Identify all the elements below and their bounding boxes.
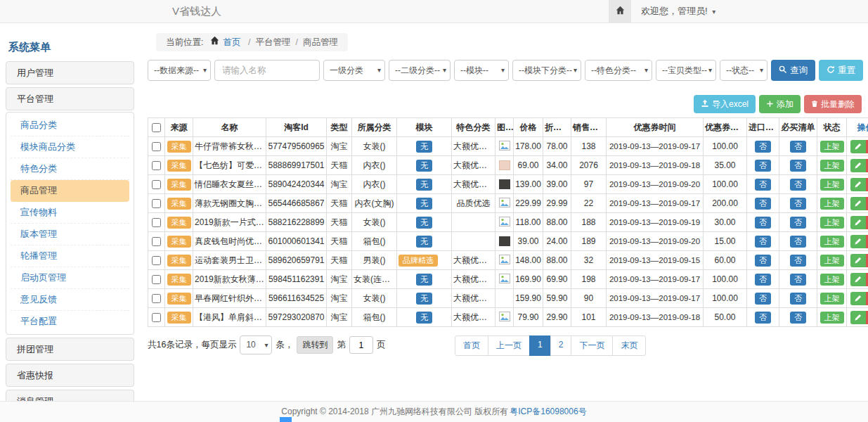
edit-button[interactable] bbox=[850, 197, 866, 210]
filter-source-select[interactable]: --数据来源--▾ bbox=[148, 60, 211, 81]
edit-button[interactable] bbox=[850, 140, 866, 153]
import-toggle-button[interactable]: 否 bbox=[755, 179, 771, 191]
must-buy-toggle-button[interactable]: 否 bbox=[790, 198, 806, 210]
delete-button[interactable] bbox=[866, 216, 868, 229]
page-button[interactable]: 首页 bbox=[455, 335, 488, 356]
page-button[interactable]: 2 bbox=[550, 335, 572, 356]
status-button[interactable]: 上架 bbox=[820, 236, 844, 248]
import-toggle-button[interactable]: 否 bbox=[755, 198, 771, 210]
status-button[interactable]: 上架 bbox=[820, 255, 844, 267]
edit-button[interactable] bbox=[850, 273, 866, 286]
sidebar-item[interactable]: 平台配置 bbox=[11, 311, 129, 332]
user-menu[interactable]: 欢迎您，管理员! ▾ bbox=[641, 5, 715, 18]
import-toggle-button[interactable]: 否 bbox=[755, 236, 771, 248]
sidebar-group-platform[interactable]: 平台管理 bbox=[6, 87, 134, 110]
module-badge[interactable]: 无 bbox=[416, 312, 432, 324]
module-badge[interactable]: 无 bbox=[416, 179, 432, 191]
filter-module-select[interactable]: --模块--▾ bbox=[454, 60, 509, 81]
delete-button[interactable] bbox=[866, 292, 868, 305]
edit-button[interactable] bbox=[850, 311, 866, 324]
import-excel-button[interactable]: 导入excel bbox=[694, 95, 756, 113]
reset-button[interactable]: 重置 bbox=[819, 60, 863, 81]
must-buy-toggle-button[interactable]: 否 bbox=[790, 217, 806, 229]
status-button[interactable]: 上架 bbox=[820, 274, 844, 286]
filter-category1-select[interactable]: 一级分类▾ bbox=[323, 60, 385, 81]
must-buy-toggle-button[interactable]: 否 bbox=[790, 179, 806, 191]
must-buy-toggle-button[interactable]: 否 bbox=[790, 312, 806, 324]
page-button[interactable]: 上一页 bbox=[488, 335, 530, 356]
page-button[interactable]: 下一页 bbox=[571, 335, 613, 356]
page-button[interactable]: 末页 bbox=[612, 335, 646, 356]
module-badge[interactable]: 无 bbox=[416, 274, 432, 286]
row-checkbox[interactable] bbox=[152, 294, 161, 303]
import-toggle-button[interactable]: 否 bbox=[755, 141, 771, 153]
module-badge[interactable]: 无 bbox=[416, 217, 432, 229]
sidebar-group-users[interactable]: 用户管理 bbox=[6, 61, 134, 84]
sidebar-item[interactable]: 特色分类 bbox=[11, 158, 129, 180]
delete-button[interactable] bbox=[866, 254, 868, 267]
page-button[interactable]: 1 bbox=[529, 335, 551, 356]
must-buy-toggle-button[interactable]: 否 bbox=[790, 141, 806, 153]
import-toggle-button[interactable]: 否 bbox=[755, 160, 771, 172]
sidebar-group[interactable]: 拼团管理 bbox=[6, 338, 134, 361]
batch-delete-button[interactable]: 批量删除 bbox=[804, 95, 862, 113]
sidebar-item-active[interactable]: 商品管理 bbox=[11, 180, 129, 202]
row-checkbox[interactable] bbox=[152, 237, 161, 246]
import-toggle-button[interactable]: 否 bbox=[755, 274, 771, 286]
must-buy-toggle-button[interactable]: 否 bbox=[790, 293, 806, 305]
add-button[interactable]: 添加 bbox=[759, 95, 801, 113]
sidebar-item[interactable]: 启动页管理 bbox=[11, 267, 129, 289]
sidebar-item[interactable]: 轮播管理 bbox=[11, 245, 129, 267]
module-badge[interactable]: 无 bbox=[416, 236, 432, 248]
search-button[interactable]: 查询 bbox=[771, 60, 815, 81]
sidebar-item[interactable]: 意见反馈 bbox=[11, 289, 129, 311]
page-number-input[interactable] bbox=[349, 336, 373, 354]
delete-button[interactable] bbox=[866, 140, 868, 153]
must-buy-toggle-button[interactable]: 否 bbox=[790, 255, 806, 267]
sidebar-item[interactable]: 宣传物料 bbox=[11, 202, 129, 224]
page-size-select[interactable]: 10▾ bbox=[240, 335, 272, 354]
status-button[interactable]: 上架 bbox=[820, 179, 844, 191]
status-button[interactable]: 上架 bbox=[820, 160, 844, 172]
filter-status-select[interactable]: --状态--▾ bbox=[720, 60, 767, 81]
sidebar-group[interactable]: 省惠快报 bbox=[6, 364, 134, 387]
edit-button[interactable] bbox=[850, 159, 866, 172]
must-buy-toggle-button[interactable]: 否 bbox=[790, 236, 806, 248]
filter-category2-select[interactable]: --二级分类--▾ bbox=[389, 60, 451, 81]
delete-button[interactable] bbox=[866, 273, 868, 286]
filter-item-type-select[interactable]: --宝贝类型--▾ bbox=[656, 60, 716, 81]
jump-button[interactable]: 跳转到 bbox=[297, 336, 333, 354]
must-buy-toggle-button[interactable]: 否 bbox=[790, 274, 806, 286]
delete-button[interactable] bbox=[866, 159, 868, 172]
row-checkbox[interactable] bbox=[152, 161, 161, 170]
delete-button[interactable] bbox=[866, 311, 868, 324]
must-buy-toggle-button[interactable]: 否 bbox=[790, 160, 806, 172]
edit-button[interactable] bbox=[850, 178, 866, 191]
delete-button[interactable] bbox=[866, 178, 868, 191]
edit-button[interactable] bbox=[850, 292, 866, 305]
status-button[interactable]: 上架 bbox=[820, 141, 844, 153]
filter-module-sub-select[interactable]: --模块下分类--▾ bbox=[512, 60, 581, 81]
row-checkbox[interactable] bbox=[152, 218, 161, 227]
module-badge[interactable]: 无 bbox=[416, 293, 432, 305]
sidebar-item[interactable]: 模块商品分类 bbox=[11, 136, 129, 158]
status-button[interactable]: 上架 bbox=[820, 217, 844, 229]
home-button[interactable] bbox=[609, 0, 631, 23]
import-toggle-button[interactable]: 否 bbox=[755, 255, 771, 267]
icp-link[interactable]: 粤ICP备16098006号 bbox=[510, 406, 586, 418]
filter-feature-select[interactable]: --特色分类--▾ bbox=[585, 60, 652, 81]
import-toggle-button[interactable]: 否 bbox=[755, 312, 771, 324]
module-badge[interactable]: 无 bbox=[416, 141, 432, 153]
status-button[interactable]: 上架 bbox=[820, 198, 844, 210]
import-toggle-button[interactable]: 否 bbox=[755, 293, 771, 305]
edit-button[interactable] bbox=[850, 235, 866, 248]
sidebar-item[interactable]: 版本管理 bbox=[11, 224, 129, 245]
module-badge[interactable]: 无 bbox=[416, 160, 432, 172]
import-toggle-button[interactable]: 否 bbox=[755, 217, 771, 229]
breadcrumb-home-link[interactable]: 首页 bbox=[223, 37, 240, 47]
row-checkbox[interactable] bbox=[152, 180, 161, 189]
row-checkbox[interactable] bbox=[152, 256, 161, 265]
row-checkbox[interactable] bbox=[152, 142, 161, 151]
row-checkbox[interactable] bbox=[152, 199, 161, 208]
row-checkbox[interactable] bbox=[152, 313, 161, 322]
